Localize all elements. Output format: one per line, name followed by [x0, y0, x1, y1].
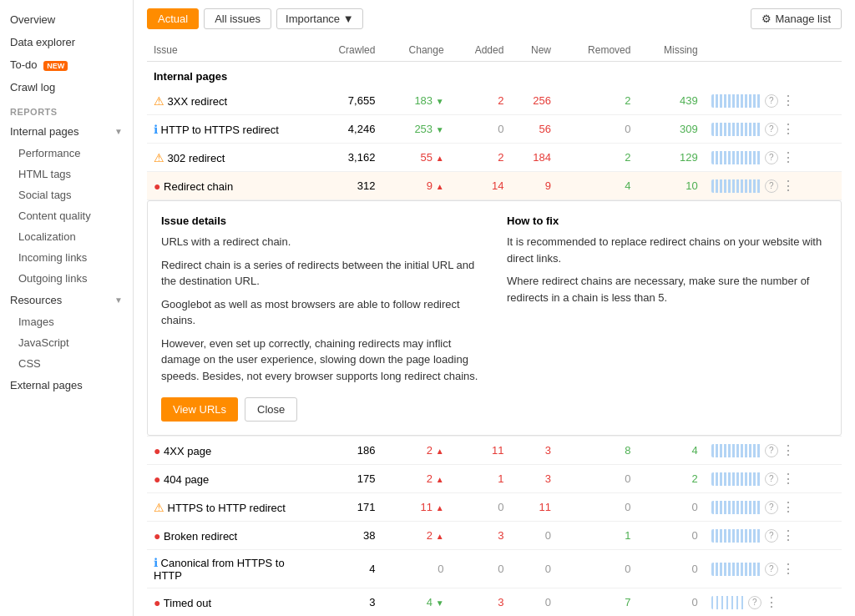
- detail-title-right: How to fix: [507, 215, 827, 227]
- help-icon[interactable]: ?: [765, 179, 778, 193]
- row-actions: ? ⋮: [711, 93, 835, 109]
- more-icon[interactable]: ⋮: [782, 149, 795, 165]
- detail-fix-text2: Where redirect chains are necessary, mak…: [507, 273, 827, 305]
- section-internal-pages: Internal pages: [147, 62, 842, 88]
- table-row: ℹ Canonical from HTTPS to HTTP 4 0 0 0 0…: [147, 550, 842, 588]
- more-icon[interactable]: ⋮: [782, 561, 795, 577]
- issues-table: Issue Crawled Change Added New Removed M…: [147, 39, 842, 616]
- col-change: Change: [382, 39, 450, 62]
- error-icon: ●: [154, 444, 160, 457]
- sidebar-item-javascript[interactable]: JavaScript: [0, 332, 133, 353]
- sparkline-chart: [711, 563, 761, 576]
- gear-icon: ⚙: [761, 13, 772, 25]
- sidebar-item-html-tags[interactable]: HTML tags: [0, 164, 133, 184]
- row-actions: ? ⋮: [711, 178, 835, 194]
- sidebar-item-internal-pages[interactable]: Internal pages ▼: [0, 120, 133, 143]
- sparkline-chart: [711, 123, 761, 136]
- issue-cell[interactable]: ● Broken redirect: [147, 522, 311, 550]
- issue-cell[interactable]: ● 404 page: [147, 465, 311, 493]
- more-icon[interactable]: ⋮: [782, 442, 795, 458]
- issue-cell[interactable]: ⚠ 302 redirect: [147, 144, 311, 172]
- table-row: ℹ HTTP to HTTPS redirect 4,246 253 ▼ 0 5…: [147, 115, 842, 144]
- more-icon[interactable]: ⋮: [782, 121, 795, 137]
- sidebar: Overview Data explorer To-do NEW Crawl l…: [0, 0, 134, 616]
- detail-actions: View URLs Close: [161, 397, 482, 422]
- issue-cell[interactable]: ● 4XX page: [147, 437, 311, 465]
- close-button[interactable]: Close: [245, 397, 297, 422]
- help-icon[interactable]: ?: [765, 444, 778, 457]
- sidebar-item-content-quality[interactable]: Content quality: [0, 205, 133, 226]
- table-row: ● Broken redirect 38 2 ▲ 3 0 1 0 ? ⋮: [147, 522, 842, 550]
- detail-fix-text1: It is recommended to replace redirect ch…: [507, 234, 827, 266]
- col-issue: Issue: [147, 39, 311, 62]
- detail-right: How to fix It is recommended to replace …: [507, 215, 827, 422]
- more-icon[interactable]: ⋮: [782, 93, 795, 109]
- sparkline-chart: [711, 472, 761, 486]
- col-new: New: [510, 39, 558, 62]
- issue-cell[interactable]: ● Redirect chain: [147, 172, 311, 200]
- sidebar-item-localization[interactable]: Localization: [0, 226, 133, 247]
- warning-icon: ⚠: [154, 151, 164, 164]
- sidebar-item-images[interactable]: Images: [0, 311, 133, 332]
- arrow-up-icon: ▲: [436, 447, 444, 456]
- help-icon[interactable]: ?: [765, 472, 778, 486]
- manage-list-button[interactable]: ⚙ Manage list: [751, 8, 842, 29]
- arrow-up-icon: ▲: [436, 532, 444, 541]
- more-icon[interactable]: ⋮: [782, 528, 795, 543]
- issue-cell[interactable]: ⚠ 3XX redirect: [147, 87, 311, 115]
- sparkline-chart: [711, 94, 761, 108]
- help-icon[interactable]: ?: [765, 151, 778, 164]
- table-row: ⚠ 3XX redirect 7,655 183 ▼ 2 256 2 439 ?…: [147, 87, 842, 115]
- issue-cell[interactable]: ℹ HTTP to HTTPS redirect: [147, 115, 311, 144]
- sidebar-item-todo[interactable]: To-do NEW: [0, 53, 133, 76]
- help-icon[interactable]: ?: [765, 563, 778, 576]
- sidebar-item-performance[interactable]: Performance: [0, 143, 133, 164]
- issue-cell[interactable]: ● Timed out: [147, 588, 311, 617]
- table-row-expanded: ● Redirect chain 312 9 ▲ 14 9 4 10 ? ⋮: [147, 172, 842, 200]
- help-icon[interactable]: ?: [748, 596, 761, 609]
- sidebar-item-outgoing-links[interactable]: Outgoing links: [0, 268, 133, 289]
- detail-panel-row: Issue details URLs with a redirect chain…: [147, 200, 842, 437]
- row-actions: ? ⋮: [711, 121, 835, 137]
- actual-button[interactable]: Actual: [147, 8, 199, 29]
- more-icon[interactable]: ⋮: [782, 499, 795, 515]
- help-icon[interactable]: ?: [765, 529, 778, 543]
- new-badge: NEW: [43, 61, 68, 71]
- sparkline-chart: [711, 501, 761, 514]
- help-icon[interactable]: ?: [765, 94, 778, 108]
- sidebar-item-incoming-links[interactable]: Incoming links: [0, 247, 133, 268]
- sidebar-item-overview[interactable]: Overview: [0, 8, 133, 31]
- reports-section-label: REPORTS: [0, 98, 133, 120]
- table-row: ● 4XX page 186 2 ▲ 11 3 8 4 ? ⋮: [147, 437, 842, 465]
- table-row: ● Timed out 3 4 ▼ 3 0 7 0 ? ⋮: [147, 588, 842, 617]
- detail-panel: Issue details URLs with a redirect chain…: [147, 200, 842, 436]
- detail-text2: Redirect chain is a series of redirects …: [161, 257, 482, 290]
- info-icon: ℹ: [154, 556, 158, 569]
- detail-left: Issue details URLs with a redirect chain…: [161, 215, 482, 422]
- col-missing: Missing: [637, 39, 704, 62]
- sparkline-chart: [711, 151, 761, 164]
- sidebar-item-data-explorer[interactable]: Data explorer: [0, 31, 133, 53]
- sidebar-item-external-pages[interactable]: External pages: [0, 374, 133, 396]
- chevron-icon: ▼: [114, 295, 123, 305]
- view-urls-button[interactable]: View URLs: [161, 397, 238, 422]
- importance-button[interactable]: Importance ▼: [276, 8, 363, 29]
- all-issues-button[interactable]: All issues: [204, 8, 271, 29]
- help-icon[interactable]: ?: [765, 501, 778, 514]
- sidebar-item-crawl-log[interactable]: Crawl log: [0, 76, 133, 98]
- help-icon[interactable]: ?: [765, 123, 778, 136]
- sidebar-item-resources[interactable]: Resources ▼: [0, 289, 133, 311]
- sparkline-chart: [711, 179, 761, 193]
- col-added: Added: [451, 39, 511, 62]
- more-icon[interactable]: ⋮: [782, 471, 795, 487]
- col-crawled: Crawled: [311, 39, 382, 62]
- sidebar-item-social-tags[interactable]: Social tags: [0, 184, 133, 205]
- arrow-down-icon: ▼: [436, 125, 444, 134]
- col-removed: Removed: [558, 39, 637, 62]
- sidebar-item-css[interactable]: CSS: [0, 353, 133, 374]
- detail-panel-inner: Issue details URLs with a redirect chain…: [161, 215, 827, 422]
- more-icon[interactable]: ⋮: [765, 594, 778, 610]
- issue-cell[interactable]: ⚠ HTTPS to HTTP redirect: [147, 493, 311, 522]
- issue-cell[interactable]: ℹ Canonical from HTTPS to HTTP: [147, 550, 311, 588]
- more-icon[interactable]: ⋮: [782, 178, 795, 194]
